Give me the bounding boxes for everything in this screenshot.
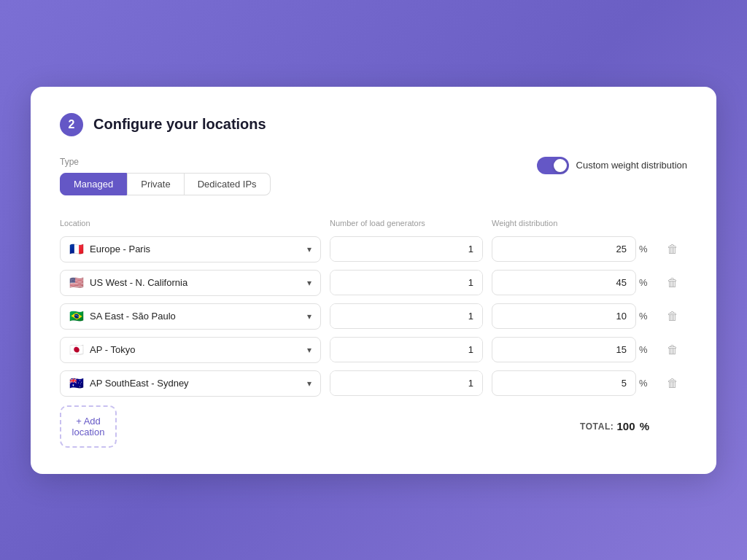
weight-wrap-2: % xyxy=(492,303,652,329)
type-toggle-row: Type Managed Private Dedicated IPs Custo… xyxy=(60,157,687,213)
chevron-down-icon-2: ▾ xyxy=(307,311,311,322)
col-weight-distribution: Weight distribution xyxy=(492,219,652,228)
weight-wrap-4: % xyxy=(492,370,652,396)
weight-wrap-3: % xyxy=(492,337,652,362)
add-location-button[interactable]: + Add location xyxy=(60,405,117,448)
page-title: Configure your locations xyxy=(93,116,266,133)
pct-label-1: % xyxy=(639,277,652,288)
chevron-down-icon-4: ▾ xyxy=(307,378,311,389)
delete-button-3[interactable]: 🗑 xyxy=(661,338,684,362)
bottom-row: + Add location TOTAL: 100 % xyxy=(60,405,687,448)
table-row: 🇺🇸 US West - N. California ▾ % 🗑 xyxy=(60,270,687,296)
chevron-down-icon-1: ▾ xyxy=(307,278,311,288)
tab-private[interactable]: Private xyxy=(127,173,184,195)
pct-label-3: % xyxy=(639,344,652,355)
num-generators-input-0[interactable] xyxy=(330,237,482,261)
type-label: Type xyxy=(60,157,271,167)
location-name-4: AP SouthEast - Sydney xyxy=(90,378,189,389)
type-tabs: Managed Private Dedicated IPs xyxy=(60,173,271,195)
table-row: 🇧🇷 SA East - São Paulo ▾ % 🗑 xyxy=(60,303,687,330)
num-input-wrap-1 xyxy=(330,270,483,295)
tab-dedicated-ips[interactable]: Dedicated IPs xyxy=(185,173,271,195)
num-generators-input-2[interactable] xyxy=(330,304,482,328)
table-row: 🇦🇺 AP SouthEast - Sydney ▾ % 🗑 xyxy=(60,370,687,397)
custom-weight-toggle[interactable] xyxy=(537,157,569,174)
chevron-down-icon-0: ▾ xyxy=(307,244,311,254)
num-generators-input-4[interactable] xyxy=(330,371,482,395)
location-name-1: US West - N. California xyxy=(90,277,187,288)
num-input-wrap-2 xyxy=(330,303,483,329)
pct-label-0: % xyxy=(639,244,652,254)
num-input-wrap-4 xyxy=(330,370,483,396)
weight-input-4[interactable] xyxy=(492,370,636,396)
delete-button-4[interactable]: 🗑 xyxy=(661,372,684,395)
columns-header: Location Number of load generators Weigh… xyxy=(60,219,687,230)
location-select-4[interactable]: 🇦🇺 AP SouthEast - Sydney ▾ xyxy=(60,370,321,397)
location-name-0: Europe - Paris xyxy=(90,244,150,254)
step-badge: 2 xyxy=(60,113,83,136)
weight-wrap-0: % xyxy=(492,236,652,262)
total-value: 100 % xyxy=(616,420,652,432)
num-input-wrap-3 xyxy=(330,337,483,362)
weight-input-3[interactable] xyxy=(492,337,636,362)
location-name-2: SA East - São Paulo xyxy=(90,311,176,322)
weight-input-2[interactable] xyxy=(492,303,636,329)
delete-button-2[interactable]: 🗑 xyxy=(661,305,684,328)
location-rows: 🇫🇷 Europe - Paris ▾ % 🗑 🇺🇸 US West - N. … xyxy=(60,236,687,397)
location-select-1[interactable]: 🇺🇸 US West - N. California ▾ xyxy=(60,270,321,296)
flag-icon-2: 🇧🇷 xyxy=(69,311,84,322)
num-generators-input-1[interactable] xyxy=(330,271,482,295)
flag-icon-1: 🇺🇸 xyxy=(69,277,84,289)
weight-input-1[interactable] xyxy=(492,270,636,295)
location-select-2[interactable]: 🇧🇷 SA East - São Paulo ▾ xyxy=(60,303,321,330)
pct-label-4: % xyxy=(639,378,652,389)
tab-managed[interactable]: Managed xyxy=(60,173,127,195)
table-row: 🇫🇷 Europe - Paris ▾ % 🗑 xyxy=(60,236,687,262)
custom-weight-toggle-row: Custom weight distribution xyxy=(537,157,687,174)
location-select-0[interactable]: 🇫🇷 Europe - Paris ▾ xyxy=(60,236,321,262)
total-weight-col: TOTAL: 100 % xyxy=(492,420,652,432)
weight-input-0[interactable] xyxy=(492,236,636,262)
flag-icon-3: 🇯🇵 xyxy=(69,344,84,356)
num-generators-input-3[interactable] xyxy=(330,338,482,362)
flag-icon-0: 🇫🇷 xyxy=(69,244,84,255)
flag-icon-4: 🇦🇺 xyxy=(69,378,84,389)
card-header: 2 Configure your locations xyxy=(60,113,687,136)
total-label: TOTAL: xyxy=(580,421,614,432)
col-num-load-generators: Number of load generators xyxy=(330,219,483,228)
chevron-down-icon-3: ▾ xyxy=(307,345,311,355)
delete-button-0[interactable]: 🗑 xyxy=(661,238,684,261)
table-row: 🇯🇵 AP - Tokyo ▾ % 🗑 xyxy=(60,337,687,363)
location-name-3: AP - Tokyo xyxy=(90,344,135,355)
col-location: Location xyxy=(60,219,321,228)
delete-button-1[interactable]: 🗑 xyxy=(661,271,684,295)
custom-weight-label: Custom weight distribution xyxy=(576,160,687,171)
weight-wrap-1: % xyxy=(492,270,652,295)
type-section: Type Managed Private Dedicated IPs xyxy=(60,157,271,195)
configure-locations-card: 2 Configure your locations Type Managed … xyxy=(31,87,716,474)
num-input-wrap-0 xyxy=(330,236,483,262)
pct-label-2: % xyxy=(639,311,652,322)
location-select-3[interactable]: 🇯🇵 AP - Tokyo ▾ xyxy=(60,337,321,363)
